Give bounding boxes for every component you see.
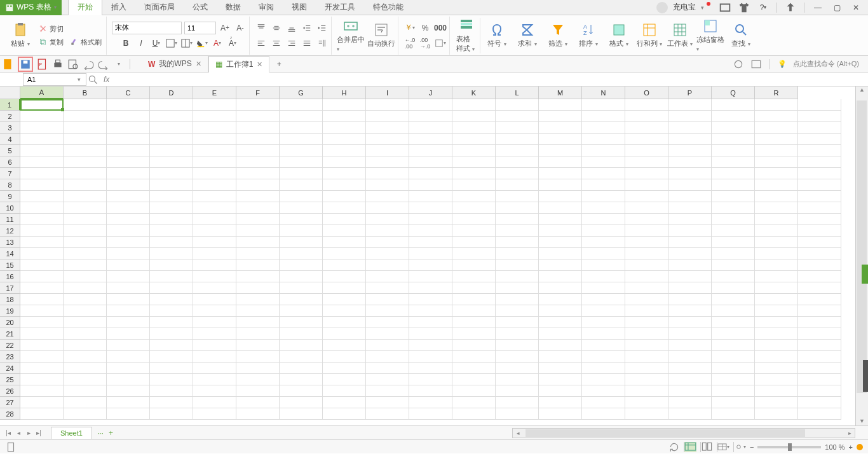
cell[interactable]	[409, 305, 452, 317]
view-layout-button[interactable]: ▾	[717, 442, 729, 452]
cell[interactable]	[323, 225, 366, 237]
cell[interactable]	[366, 374, 409, 385]
cell[interactable]	[280, 134, 323, 145]
cell[interactable]	[280, 374, 323, 385]
cell[interactable]	[107, 168, 150, 179]
sheet-nav-first[interactable]: |◂	[4, 429, 13, 436]
cell[interactable]	[366, 305, 409, 317]
cell[interactable]	[280, 351, 323, 363]
cell[interactable]	[150, 191, 193, 202]
cell[interactable]	[755, 317, 798, 328]
cell[interactable]	[64, 317, 107, 328]
cell[interactable]	[366, 145, 409, 156]
cell[interactable]	[668, 202, 712, 214]
cell[interactable]	[496, 111, 539, 122]
cell[interactable]	[64, 282, 107, 294]
cell[interactable]	[193, 317, 236, 328]
cell[interactable]	[236, 408, 280, 420]
cell[interactable]	[582, 237, 625, 248]
row-header[interactable]: 5	[0, 145, 20, 156]
sheet-nav-prev[interactable]: ◂	[14, 429, 23, 436]
cell[interactable]	[582, 282, 625, 294]
cell[interactable]	[539, 271, 582, 282]
view-page-button[interactable]	[700, 442, 713, 452]
cell[interactable]	[409, 202, 452, 214]
cell[interactable]	[64, 363, 107, 374]
cell[interactable]	[107, 408, 150, 420]
cell[interactable]	[798, 214, 841, 225]
cell[interactable]	[323, 168, 366, 179]
cell[interactable]	[323, 191, 366, 202]
cell[interactable]	[150, 237, 193, 248]
cell[interactable]	[280, 145, 323, 156]
cell[interactable]	[150, 179, 193, 191]
cell[interactable]	[64, 134, 107, 145]
cell[interactable]	[496, 294, 539, 305]
cell[interactable]	[20, 145, 64, 156]
cell[interactable]	[712, 328, 755, 340]
cell[interactable]	[193, 122, 236, 134]
cell[interactable]	[20, 134, 64, 145]
align-middle-button[interactable]	[270, 22, 283, 34]
cell[interactable]	[409, 363, 452, 374]
row-header[interactable]: 19	[0, 305, 20, 317]
status-refresh-icon[interactable]	[668, 441, 680, 453]
cell[interactable]	[798, 179, 841, 191]
cell[interactable]	[625, 328, 668, 340]
cell[interactable]	[625, 156, 668, 168]
user-name[interactable]: 充电宝	[673, 2, 696, 13]
cell[interactable]	[798, 340, 841, 351]
underline-button[interactable]: U▾	[150, 37, 163, 50]
cell[interactable]	[712, 202, 755, 214]
cell[interactable]	[755, 340, 798, 351]
cell[interactable]	[496, 145, 539, 156]
cell[interactable]	[193, 191, 236, 202]
cell[interactable]	[366, 317, 409, 328]
cell[interactable]	[539, 351, 582, 363]
cell[interactable]	[798, 328, 841, 340]
cell[interactable]	[496, 259, 539, 271]
cell[interactable]	[64, 214, 107, 225]
cell[interactable]	[20, 397, 64, 408]
cell[interactable]	[668, 134, 712, 145]
cell[interactable]	[712, 111, 755, 122]
cell[interactable]	[409, 179, 452, 191]
cell[interactable]	[452, 397, 496, 408]
cell[interactable]	[366, 156, 409, 168]
cell[interactable]	[323, 294, 366, 305]
cell[interactable]	[668, 317, 712, 328]
cell[interactable]	[20, 282, 64, 294]
menu-tab-5[interactable]: 审阅	[250, 0, 283, 15]
menu-tab-3[interactable]: 公式	[184, 0, 217, 15]
col-header[interactable]: N	[582, 86, 625, 99]
cell[interactable]	[798, 237, 841, 248]
cell[interactable]	[409, 111, 452, 122]
cell[interactable]	[452, 214, 496, 225]
row-header[interactable]: 16	[0, 271, 20, 282]
row-header[interactable]: 1	[0, 99, 20, 111]
cell[interactable]	[236, 191, 280, 202]
cell[interactable]	[755, 305, 798, 317]
cell[interactable]	[755, 397, 798, 408]
cell[interactable]	[193, 282, 236, 294]
zoom-out-button[interactable]: −	[750, 443, 754, 451]
cell[interactable]	[625, 237, 668, 248]
cell[interactable]	[236, 305, 280, 317]
cell[interactable]	[280, 340, 323, 351]
cell[interactable]	[20, 237, 64, 248]
qat-settings-icon[interactable]	[733, 59, 744, 70]
cell[interactable]	[20, 156, 64, 168]
view-reading-button[interactable]: ▾	[733, 442, 746, 452]
cell[interactable]	[452, 351, 496, 363]
cell[interactable]	[798, 363, 841, 374]
cell[interactable]	[236, 328, 280, 340]
cell[interactable]	[798, 225, 841, 237]
row-header[interactable]: 4	[0, 134, 20, 145]
row-header[interactable]: 6	[0, 156, 20, 168]
cell[interactable]	[798, 111, 841, 122]
cell[interactable]	[236, 225, 280, 237]
row-header[interactable]: 18	[0, 294, 20, 305]
row-header[interactable]: 27	[0, 397, 20, 408]
cell[interactable]	[668, 237, 712, 248]
cell[interactable]	[236, 317, 280, 328]
